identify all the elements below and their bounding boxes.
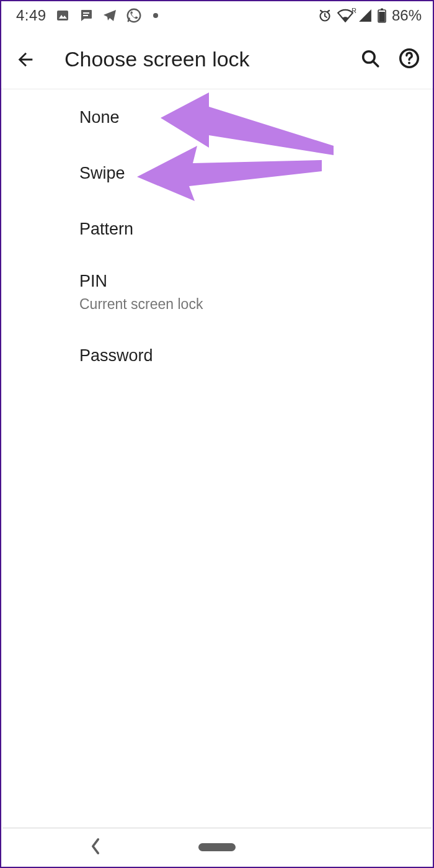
telegram-icon [102, 8, 117, 23]
chevron-left-icon [89, 838, 102, 855]
page-title: Choose screen lock [64, 47, 360, 71]
roaming-indicator: R [352, 7, 356, 14]
status-bar: 4:49 R 86% [1, 1, 433, 30]
whatsapp-icon [126, 7, 142, 24]
option-pin[interactable]: PIN Current screen lock [1, 257, 433, 328]
svg-rect-0 [57, 11, 68, 20]
wifi-icon: R [337, 9, 353, 22]
svg-rect-7 [381, 9, 383, 11]
back-button[interactable] [15, 49, 47, 70]
screen-lock-options: None Swipe Pattern PIN Current screen lo… [1, 89, 433, 383]
option-swipe[interactable]: Swipe [1, 145, 433, 201]
arrow-back-icon [15, 49, 36, 70]
help-button[interactable] [398, 47, 420, 72]
message-icon [79, 8, 94, 23]
option-label: Password [79, 346, 417, 365]
option-label: None [79, 108, 417, 127]
status-right: R 86% [317, 7, 422, 24]
search-button[interactable] [360, 48, 381, 71]
option-password[interactable]: Password [1, 328, 433, 383]
app-bar: Choose screen lock [1, 30, 433, 89]
battery-percent: 86% [392, 7, 422, 24]
status-left: 4:49 [16, 7, 158, 24]
svg-rect-2 [83, 12, 89, 14]
image-icon [55, 8, 70, 23]
nav-home-pill[interactable] [198, 843, 236, 851]
option-label: Pattern [79, 220, 417, 239]
help-icon [398, 47, 420, 69]
svg-point-12 [408, 61, 410, 64]
nav-back-button[interactable] [89, 838, 102, 857]
system-nav-bar [2, 827, 432, 866]
cell-signal-icon [358, 9, 372, 22]
svg-rect-8 [379, 12, 385, 22]
alarm-icon [317, 8, 332, 23]
option-pattern[interactable]: Pattern [1, 201, 433, 257]
battery-icon [377, 8, 387, 23]
option-sublabel: Current screen lock [79, 296, 417, 313]
more-notifications-icon [153, 13, 158, 18]
search-icon [360, 48, 381, 69]
option-label: Swipe [79, 164, 417, 183]
svg-line-10 [373, 61, 378, 66]
status-clock: 4:49 [16, 7, 46, 24]
option-none[interactable]: None [1, 89, 433, 145]
svg-rect-3 [83, 15, 88, 16]
option-label: PIN [79, 272, 417, 291]
